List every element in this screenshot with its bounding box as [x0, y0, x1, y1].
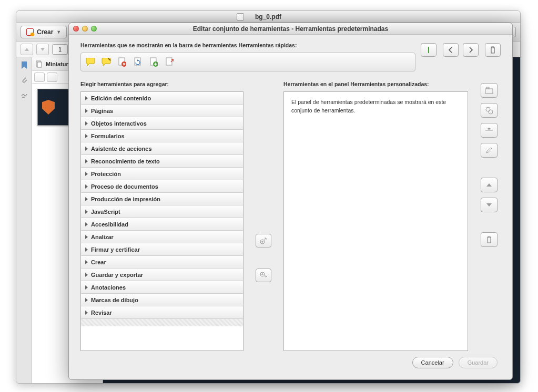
disclosure-triangle-icon [85, 210, 88, 214]
create-button[interactable]: Crear ▼ [21, 26, 67, 38]
svg-rect-11 [485, 89, 493, 94]
edit-button[interactable] [481, 143, 498, 158]
save-button[interactable]: Guardar [459, 357, 498, 368]
disclosure-triangle-icon [85, 159, 88, 163]
delete-button[interactable] [481, 232, 498, 247]
minimize-window-button[interactable] [82, 26, 88, 32]
thumbnails-option-button[interactable] [34, 73, 45, 82]
category-item[interactable]: Reconocimiento de texto [81, 155, 243, 168]
disclosure-triangle-icon [85, 197, 88, 201]
disclosure-triangle-icon [85, 96, 88, 100]
add-instruction-button[interactable] [481, 103, 498, 118]
window-controls [69, 26, 97, 32]
disclosure-triangle-icon [85, 222, 88, 226]
category-item[interactable]: Anotaciones [81, 281, 243, 294]
category-item[interactable]: JavaScript [81, 205, 243, 218]
category-item[interactable]: Marcas de dibujo [81, 294, 243, 306]
bookmark-icon[interactable] [19, 60, 29, 70]
disclosure-triangle-icon [85, 172, 88, 176]
add-to-panel-button[interactable] [256, 269, 271, 282]
svg-point-13 [486, 107, 490, 111]
disclosure-triangle-icon [85, 260, 88, 264]
delete-page-icon[interactable] [117, 57, 127, 67]
category-item[interactable]: Crear [81, 256, 243, 269]
add-separator-button[interactable] [421, 43, 437, 57]
svg-point-14 [489, 110, 493, 114]
category-item[interactable]: Guardar y exportar [81, 269, 243, 281]
svg-rect-12 [486, 87, 489, 89]
rotate-page-icon[interactable] [133, 57, 143, 67]
add-page-icon[interactable] [148, 57, 159, 67]
category-item[interactable]: Analizar [81, 231, 243, 243]
create-label: Crear [37, 28, 53, 36]
add-to-toolbar-button[interactable] [256, 234, 271, 247]
page-number-input[interactable] [52, 44, 68, 55]
export-page-icon[interactable] [164, 57, 175, 67]
disclosure-triangle-icon [85, 121, 88, 126]
page-up-button[interactable] [21, 44, 33, 55]
highlight-text-icon[interactable] [101, 57, 111, 67]
main-titlebar: bg_0.pdf [16, 11, 520, 23]
disclosure-triangle-icon [85, 311, 88, 315]
close-window-button[interactable] [73, 26, 79, 32]
pdf-icon [26, 28, 34, 36]
thumbnails-new-button[interactable] [47, 73, 57, 82]
category-item[interactable]: Proceso de documentos [81, 180, 243, 193]
move-down-button[interactable] [481, 198, 498, 212]
disclosure-triangle-icon [85, 273, 88, 277]
category-item[interactable]: Protección [81, 168, 243, 180]
category-item[interactable]: Revisar [81, 306, 243, 319]
choose-tools-label: Elegir herramientas para agregar: [80, 81, 243, 87]
dialog-titlebar: Editar conjunto de herramientas - Herram… [69, 23, 512, 35]
quick-tools-label: Herramientas que se mostrarán en la barr… [80, 42, 415, 48]
svg-rect-1 [37, 62, 42, 67]
zoom-window-button[interactable] [91, 26, 97, 32]
add-divider-button[interactable] [481, 123, 498, 138]
disclosure-triangle-icon [85, 147, 88, 151]
disclosure-triangle-icon [85, 184, 88, 189]
category-item[interactable]: Formularios [81, 130, 243, 142]
category-item[interactable]: Objetos interactivos [81, 117, 243, 130]
disclosure-triangle-icon [85, 298, 88, 302]
disclosure-triangle-icon [85, 247, 88, 252]
quick-tools-bar [80, 53, 415, 71]
disclosure-triangle-icon [85, 134, 88, 138]
left-rail [16, 57, 32, 383]
dialog-title: Editar conjunto de herramientas - Herram… [69, 25, 512, 33]
pages-icon [35, 60, 43, 68]
attachment-icon[interactable] [19, 75, 29, 85]
edit-toolset-dialog: Editar conjunto de herramientas - Herram… [68, 23, 513, 380]
category-item[interactable]: Asistente de acciones [81, 142, 243, 155]
document-icon [237, 13, 244, 20]
custom-panel-label: Herramientas en el panel Herramientas pe… [283, 81, 468, 87]
signatures-icon[interactable] [19, 90, 29, 99]
disclosure-triangle-icon [85, 109, 88, 113]
page-down-button[interactable] [36, 44, 49, 55]
move-left-button[interactable] [443, 43, 459, 57]
add-group-button[interactable] [481, 83, 498, 98]
category-item[interactable]: Páginas [81, 105, 243, 117]
disclosure-triangle-icon [85, 235, 88, 239]
shield-icon [42, 100, 55, 115]
panel-placeholder-text: El panel de herramientas predeterminadas… [291, 99, 446, 114]
svg-rect-8 [428, 47, 429, 53]
move-right-button[interactable] [463, 43, 479, 57]
remove-tool-button[interactable] [485, 43, 501, 57]
category-item[interactable]: Producción de impresión [81, 193, 243, 205]
list-filler [81, 319, 243, 326]
category-item[interactable]: Accesibilidad [81, 218, 243, 231]
custom-tools-panel[interactable]: El panel de herramientas predeterminadas… [283, 91, 468, 351]
dialog-footer: Cancelar Guardar [80, 351, 501, 374]
dropdown-icon: ▼ [56, 29, 61, 35]
cancel-button[interactable]: Cancelar [412, 357, 453, 368]
sticky-note-icon[interactable] [85, 57, 96, 67]
tool-category-list[interactable]: Edición del contenido Páginas Objetos in… [80, 91, 243, 351]
move-up-button[interactable] [481, 178, 498, 192]
document-title: bg_0.pdf [255, 13, 281, 20]
disclosure-triangle-icon [85, 285, 88, 290]
category-item[interactable]: Firmar y certificar [81, 243, 243, 256]
category-item[interactable]: Edición del contenido [81, 92, 243, 105]
